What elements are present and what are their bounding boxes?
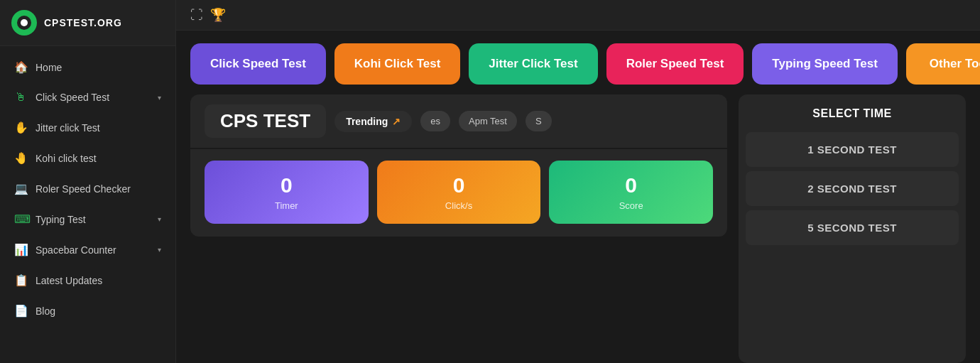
sidebar-item-label: Roler Speed Checker — [36, 183, 131, 195]
2-second-test[interactable]: 2 SECOND TEST — [746, 171, 959, 206]
timer-value: 0 — [281, 173, 293, 197]
1-second-test[interactable]: 1 SECOND TEST — [746, 132, 959, 167]
sidebar-item-blog[interactable]: 📄 Blog — [0, 296, 175, 326]
score-row: 0 Timer 0 Click/s 0 Score — [190, 149, 727, 237]
spacebar-icon: 📊 — [14, 243, 27, 256]
main-panel: CPS TEST Trending ↗ es Apm Test S 0 Time… — [190, 94, 727, 363]
click-speed-icon: 🖱 — [14, 91, 27, 104]
sidebar-item-typing-test[interactable]: ⌨ Typing Test ▾ — [0, 204, 175, 234]
trending-badge: Trending ↗ — [334, 111, 412, 132]
sidebar-nav: 🏠 Home 🖱 Click Speed Test ▾ ✋ Jitter cli… — [0, 46, 175, 332]
sidebar-item-home[interactable]: 🏠 Home — [0, 52, 175, 82]
cps-title: CPS TEST — [205, 104, 326, 138]
logo-icon — [11, 10, 37, 36]
main-content: ⛶ 🏆 Click Speed Test Kohi Click Test Jit… — [176, 0, 980, 363]
trending-arrow-icon: ↗ — [392, 116, 401, 127]
cps-label: Click/s — [445, 200, 472, 211]
sidebar-item-label: Jitter click Test — [36, 122, 100, 134]
right-panel: SELECT TIME 1 SECOND TEST 2 SECOND TEST … — [739, 94, 966, 363]
jitter-icon: ✋ — [14, 121, 27, 134]
trophy-icon[interactable]: 🏆 — [210, 7, 226, 23]
5-second-test[interactable]: 5 SECOND TEST — [746, 210, 959, 245]
chevron-icon: ▾ — [158, 94, 161, 102]
roler-icon: 💻 — [14, 182, 27, 195]
updates-icon: 📋 — [14, 273, 27, 287]
sidebar-item-label: Typing Test — [36, 214, 86, 225]
trending-label: Trending — [346, 116, 388, 127]
sidebar-item-label: Blog — [36, 305, 55, 317]
sidebar-item-spacebar[interactable]: 📊 Spacebar Counter ▾ — [0, 234, 175, 265]
click-speed-test-card[interactable]: Click Speed Test — [190, 43, 326, 85]
expand-icon[interactable]: ⛶ — [190, 8, 203, 23]
sidebar: CPSTEST.ORG 🏠 Home 🖱 Click Speed Test ▾ … — [0, 0, 176, 363]
sidebar-item-latest-updates[interactable]: 📋 Latest Updates — [0, 265, 175, 296]
sidebar-item-roler-speed[interactable]: 💻 Roler Speed Checker — [0, 173, 175, 204]
other-tools-card[interactable]: Other Tools — [906, 43, 980, 85]
blog-icon: 📄 — [14, 304, 27, 318]
sidebar-item-jitter-click-test[interactable]: ✋ Jitter click Test — [0, 112, 175, 143]
score-value: 0 — [625, 173, 637, 197]
sidebar-item-label: Home — [36, 62, 62, 73]
sidebar-logo[interactable]: CPSTEST.ORG — [0, 0, 175, 46]
typing-icon: ⌨ — [14, 212, 27, 226]
jitter-click-test-card[interactable]: Jitter Click Test — [469, 43, 597, 85]
timer-card: 0 Timer — [205, 161, 369, 224]
sidebar-item-click-speed-test[interactable]: 🖱 Click Speed Test ▾ — [0, 82, 175, 112]
clicks-per-second-card: 0 Click/s — [377, 161, 541, 224]
top-bar: ⛶ 🏆 — [176, 0, 980, 31]
kohi-click-test-card[interactable]: Kohi Click Test — [334, 43, 461, 85]
chevron-icon: ▾ — [158, 246, 161, 254]
sidebar-item-label: Spacebar Counter — [36, 244, 116, 256]
sidebar-item-label: Latest Updates — [36, 275, 102, 286]
badge-es[interactable]: es — [420, 111, 450, 131]
roler-speed-test-card[interactable]: Roler Speed Test — [606, 43, 744, 85]
cps-value: 0 — [453, 173, 465, 197]
sidebar-item-label: Click Speed Test — [36, 92, 109, 103]
timer-label: Timer — [275, 200, 298, 211]
cards-row: Click Speed Test Kohi Click Test Jitter … — [176, 31, 980, 94]
typing-speed-test-card[interactable]: Typing Speed Test — [752, 43, 898, 85]
sidebar-item-kohi-click-test[interactable]: 🤚 Kohi click test — [0, 143, 175, 173]
score-label: Score — [619, 200, 643, 211]
content-area: CPS TEST Trending ↗ es Apm Test S 0 Time… — [176, 94, 980, 363]
kohi-icon: 🤚 — [14, 151, 27, 165]
badge-s[interactable]: S — [526, 111, 552, 131]
badge-apm[interactable]: Apm Test — [459, 111, 517, 131]
chevron-icon: ▾ — [158, 215, 161, 223]
select-time-header: SELECT TIME — [739, 94, 966, 130]
score-card: 0 Score — [549, 161, 713, 224]
sidebar-item-label: Kohi click test — [36, 153, 97, 164]
cps-header: CPS TEST Trending ↗ es Apm Test S — [190, 94, 727, 148]
svg-point-1 — [21, 19, 28, 26]
logo-text: CPSTEST.ORG — [44, 17, 122, 28]
home-icon: 🏠 — [14, 60, 27, 74]
